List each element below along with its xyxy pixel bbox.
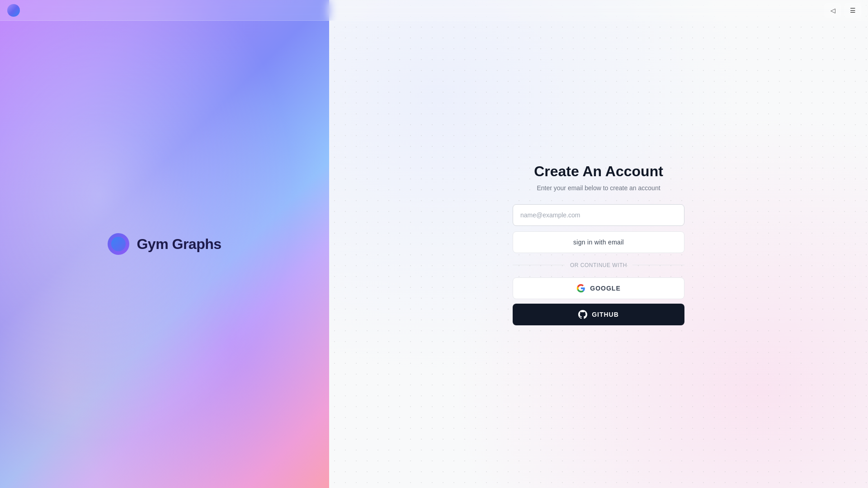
menu-button[interactable]: ☰ <box>844 3 861 18</box>
topbar-right: ◁ ☰ <box>825 3 861 18</box>
brand-container: Gym Graphs <box>108 233 221 255</box>
github-button-label: GITHUB <box>592 311 619 318</box>
divider-left <box>513 265 565 265</box>
brand-logo-icon <box>108 233 129 255</box>
auth-subtitle: Enter your email below to create an acco… <box>537 184 660 192</box>
topbar: ◁ ☰ <box>0 0 868 21</box>
github-signin-button[interactable]: GITHUB <box>513 304 684 325</box>
menu-icon: ☰ <box>850 7 856 14</box>
sign-in-with-email-button[interactable]: sign in with email <box>513 231 684 253</box>
divider-right <box>632 265 684 265</box>
brand-name: Gym Graphs <box>137 236 221 253</box>
right-panel: Create An Account Enter your email below… <box>329 0 868 488</box>
github-icon <box>578 310 587 319</box>
topbar-left <box>7 4 20 17</box>
back-button[interactable]: ◁ <box>825 3 841 18</box>
left-panel: Gym Graphs <box>0 0 329 488</box>
divider-text: OR CONTINUE WITH <box>570 262 627 268</box>
back-icon: ◁ <box>830 7 835 14</box>
email-input[interactable] <box>513 204 684 226</box>
logo-icon <box>7 4 20 17</box>
google-button-label: GOOGLE <box>590 285 620 292</box>
main-container: Gym Graphs Create An Account Enter your … <box>0 0 868 488</box>
auth-card: Create An Account Enter your email below… <box>513 163 684 325</box>
google-signin-button[interactable]: GOOGLE <box>513 277 684 299</box>
divider-row: OR CONTINUE WITH <box>513 262 684 268</box>
google-icon <box>576 284 585 293</box>
auth-title: Create An Account <box>534 163 663 180</box>
